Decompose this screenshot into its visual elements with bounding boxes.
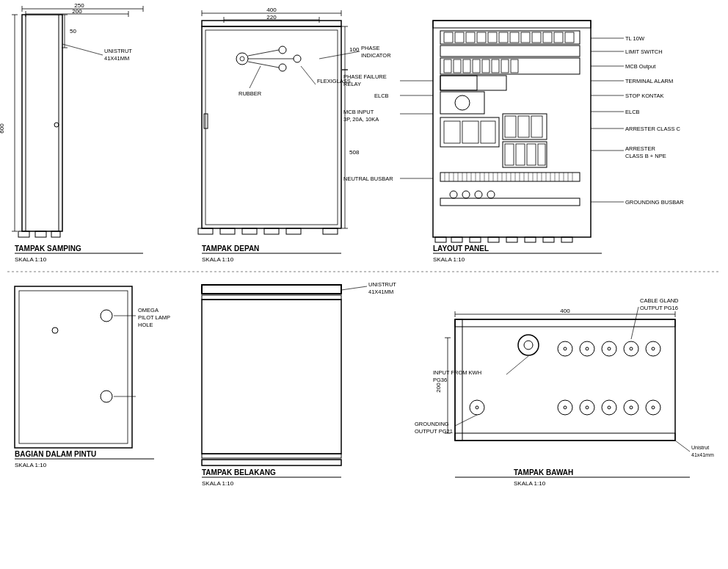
svg-rect-96: [538, 144, 545, 165]
unistrut-bawah-dim: 41x41mm: [691, 452, 714, 457]
svg-point-44: [240, 57, 244, 61]
mcb-input-label2: 3P, 20A, 10KA: [343, 116, 379, 123]
svg-point-188: [580, 400, 594, 415]
unistrut-dim-samping: 41X41MM: [104, 55, 129, 62]
title-bagian-dalam: BAGIAN DALAM PINTU: [15, 450, 96, 458]
unistrut-label-samping: UNISTRUT: [104, 48, 132, 54]
svg-point-198: [564, 406, 567, 409]
svg-point-194: [586, 347, 589, 350]
svg-rect-28: [286, 228, 301, 234]
svg-point-201: [630, 406, 633, 409]
scale-tampak-depan: SKALA 1:10: [202, 256, 234, 263]
input-kwh-pg36: PG36: [433, 377, 447, 383]
svg-rect-69: [565, 32, 574, 43]
elcb-right-label: ELCB: [625, 109, 640, 115]
unistrut-bawah-label: Unistrut: [691, 445, 709, 450]
input-kwh-label: INPUT FROM KWH: [433, 369, 481, 376]
svg-rect-170: [455, 319, 675, 441]
phase-indicator-label: PHASE: [361, 45, 379, 51]
title-tampak-belakang: TAMPAK BELAKANG: [202, 468, 276, 476]
cable-gland-output-pg16: OUTPUT PG16: [640, 305, 678, 311]
svg-rect-62: [488, 32, 497, 43]
svg-rect-79: [511, 59, 518, 73]
dim-400-bawah: 400: [560, 308, 570, 314]
svg-rect-86: [462, 121, 478, 143]
scale-tampak-samping: SKALA 1:10: [15, 256, 47, 263]
main-container: text { font-family: Arial, sans-serif; f…: [0, 0, 728, 569]
svg-rect-70: [440, 46, 580, 57]
phase-failure-relay-label2: RELAY: [343, 81, 361, 87]
svg-point-187: [558, 400, 572, 415]
svg-point-182: [558, 341, 572, 356]
svg-rect-61: [477, 32, 486, 43]
svg-rect-132: [440, 198, 580, 206]
svg-line-205: [506, 356, 528, 374]
svg-line-207: [675, 441, 690, 452]
svg-point-157: [101, 310, 112, 322]
title-tampak-samping: TAMPAK SAMPING: [15, 244, 81, 253]
svg-rect-58: [444, 32, 453, 43]
svg-point-49: [294, 55, 301, 62]
svg-rect-75: [473, 59, 480, 73]
svg-rect-77: [492, 59, 499, 73]
title-tampak-bawah: TAMPAK BAWAH: [514, 468, 573, 476]
grounding-busbar-label: GROUNDING BUSBAR: [625, 199, 684, 206]
cable-gland-output-label: CABLE GLAND: [640, 297, 679, 304]
phase-indicator-label2: INDICATOR: [361, 52, 391, 59]
phase-failure-relay-label: PHASE FAILURE: [343, 73, 387, 80]
svg-point-185: [624, 341, 638, 356]
svg-line-18: [62, 44, 103, 55]
svg-rect-171: [455, 319, 675, 327]
svg-point-50: [279, 64, 286, 71]
svg-rect-26: [242, 228, 257, 234]
svg-point-82: [455, 95, 470, 110]
scale-tampak-belakang: SKALA 1:10: [202, 480, 234, 487]
svg-rect-68: [554, 32, 563, 43]
svg-rect-90: [518, 116, 529, 137]
svg-line-47: [248, 62, 279, 68]
svg-point-191: [646, 400, 660, 415]
svg-line-52: [301, 66, 316, 84]
svg-rect-66: [532, 32, 541, 43]
svg-rect-89: [505, 116, 516, 137]
svg-rect-91: [531, 116, 542, 137]
pilot-lamp-label: PILOT LAMP: [138, 314, 170, 321]
svg-line-51: [250, 66, 261, 88]
svg-point-184: [602, 341, 616, 356]
dim-50: 50: [70, 28, 76, 35]
svg-rect-87: [481, 121, 495, 143]
mcb-output-label: MCB Output: [625, 63, 656, 70]
stop-kontak-label: STOP KONTAK: [625, 93, 664, 99]
svg-point-192: [470, 400, 484, 415]
svg-point-158: [101, 391, 112, 402]
svg-line-206: [455, 415, 477, 426]
svg-point-195: [608, 347, 611, 350]
svg-rect-16: [35, 231, 46, 237]
unistrut-belakang-label: UNISTRUT: [368, 281, 396, 288]
svg-rect-97: [440, 173, 580, 181]
svg-rect-72: [444, 59, 451, 73]
title-tampak-depan: TAMPAK DEPAN: [202, 244, 259, 253]
svg-rect-29: [323, 228, 338, 234]
tl10w-label: TL 10W: [625, 35, 645, 42]
svg-point-193: [564, 347, 567, 350]
scale-layout-panel: SKALA 1:10: [433, 256, 465, 263]
svg-point-200: [608, 406, 611, 409]
rubber-label: RUBBER: [239, 90, 262, 97]
limit-switch-label: LIMIT SWITCH: [625, 48, 663, 55]
svg-point-203: [476, 406, 478, 409]
svg-rect-60: [466, 32, 475, 43]
svg-rect-85: [444, 121, 460, 143]
arrester-b-label: ARRESTER: [625, 145, 655, 152]
dim-508: 508: [349, 149, 360, 156]
svg-point-190: [624, 400, 638, 415]
svg-rect-65: [521, 32, 530, 43]
svg-point-183: [580, 341, 594, 356]
neutral-busbar-label: NEUTRAL BUSBAR: [343, 175, 393, 182]
hole-label: HOLE: [138, 322, 153, 328]
svg-rect-21: [202, 21, 341, 26]
svg-rect-27: [264, 228, 279, 234]
svg-point-199: [586, 406, 589, 409]
svg-rect-84: [440, 117, 499, 147]
svg-rect-25: [220, 228, 235, 234]
